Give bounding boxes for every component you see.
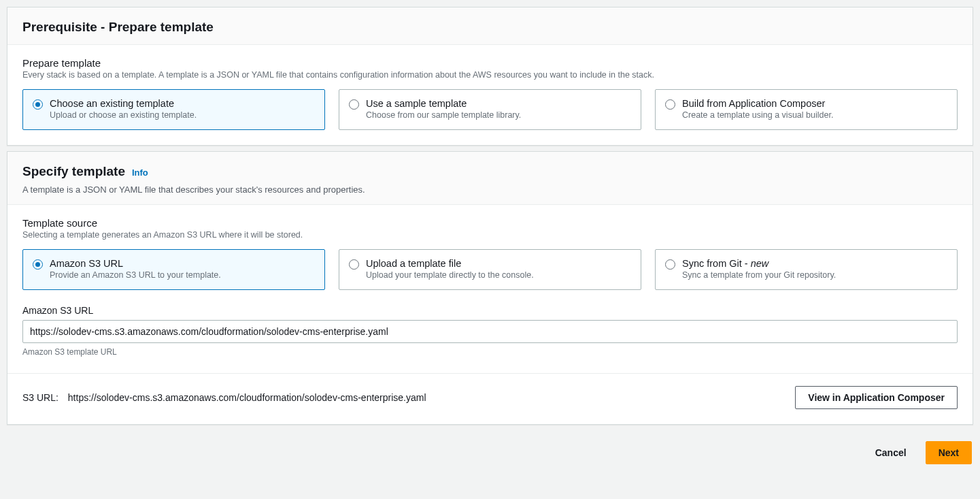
s3-summary-text: S3 URL: https://solodev-cms.s3.amazonaws… bbox=[22, 392, 426, 403]
template-source-desc: Selecting a template generates an Amazon… bbox=[22, 230, 958, 240]
panel-subtext: A template is a JSON or YAML file that d… bbox=[22, 184, 958, 195]
panel-header: Prerequisite - Prepare template bbox=[7, 7, 973, 45]
prepare-template-desc: Every stack is based on a template. A te… bbox=[22, 70, 958, 80]
panel-header: Specify template Info A template is a JS… bbox=[7, 152, 973, 205]
s3-label: S3 URL: bbox=[22, 392, 58, 403]
option-sub: Sync a template from your Git repository… bbox=[682, 270, 836, 280]
panel-body: Prepare template Every stack is based on… bbox=[7, 45, 973, 145]
s3-url-field-block: Amazon S3 URL Amazon S3 template URL bbox=[22, 305, 958, 357]
next-button[interactable]: Next bbox=[926, 441, 972, 464]
s3-url-value: https://solodev-cms.s3.amazonaws.com/clo… bbox=[68, 392, 426, 403]
option-title: Use a sample template bbox=[366, 98, 521, 109]
wizard-footer: Cancel Next bbox=[1, 430, 979, 472]
template-source-label: Template source bbox=[22, 217, 958, 229]
s3-summary-row: S3 URL: https://solodev-cms.s3.amazonaws… bbox=[22, 386, 958, 409]
s3-url-hint: Amazon S3 template URL bbox=[22, 347, 958, 357]
prepare-template-label: Prepare template bbox=[22, 57, 958, 69]
divider bbox=[7, 373, 973, 374]
s3-url-input[interactable] bbox=[22, 320, 958, 343]
option-title: Amazon S3 URL bbox=[50, 258, 221, 269]
s3-url-field-label: Amazon S3 URL bbox=[22, 305, 958, 316]
prerequisite-panel: Prerequisite - Prepare template Prepare … bbox=[7, 7, 973, 146]
template-source-options: Amazon S3 URL Provide an Amazon S3 URL t… bbox=[22, 249, 958, 290]
panel-title: Prerequisite - Prepare template bbox=[22, 20, 214, 34]
option-sub: Choose from our sample template library. bbox=[366, 110, 521, 120]
option-title: Choose an existing template bbox=[50, 98, 197, 109]
option-sync-git[interactable]: Sync from Git - new Sync a template from… bbox=[655, 249, 958, 290]
radio-icon bbox=[33, 259, 43, 270]
option-application-composer[interactable]: Build from Application Composer Create a… bbox=[655, 89, 958, 130]
option-title: Upload a template file bbox=[366, 258, 534, 269]
option-sub: Create a template using a visual builder… bbox=[682, 110, 833, 120]
option-sample-template[interactable]: Use a sample template Choose from our sa… bbox=[339, 89, 641, 130]
option-s3-url[interactable]: Amazon S3 URL Provide an Amazon S3 URL t… bbox=[22, 249, 325, 290]
option-sub: Upload or choose an existing template. bbox=[50, 110, 197, 120]
cancel-button[interactable]: Cancel bbox=[863, 441, 919, 464]
option-choose-existing[interactable]: Choose an existing template Upload or ch… bbox=[22, 89, 325, 130]
option-title: Build from Application Composer bbox=[682, 98, 833, 109]
view-in-composer-button[interactable]: View in Application Composer bbox=[795, 386, 958, 409]
radio-icon bbox=[665, 259, 675, 270]
radio-icon bbox=[33, 99, 43, 110]
info-link[interactable]: Info bbox=[132, 167, 148, 178]
specify-template-panel: Specify template Info A template is a JS… bbox=[7, 151, 973, 425]
option-sub: Provide an Amazon S3 URL to your templat… bbox=[50, 270, 221, 280]
radio-icon bbox=[349, 99, 359, 110]
radio-icon bbox=[349, 259, 359, 270]
prepare-template-options: Choose an existing template Upload or ch… bbox=[22, 89, 958, 130]
option-sub: Upload your template directly to the con… bbox=[366, 270, 534, 280]
option-upload-file[interactable]: Upload a template file Upload your templ… bbox=[339, 249, 641, 290]
option-title: Sync from Git - new bbox=[682, 258, 836, 269]
radio-icon bbox=[665, 99, 675, 110]
panel-body: Template source Selecting a template gen… bbox=[7, 205, 973, 424]
panel-title: Specify template bbox=[22, 164, 125, 178]
